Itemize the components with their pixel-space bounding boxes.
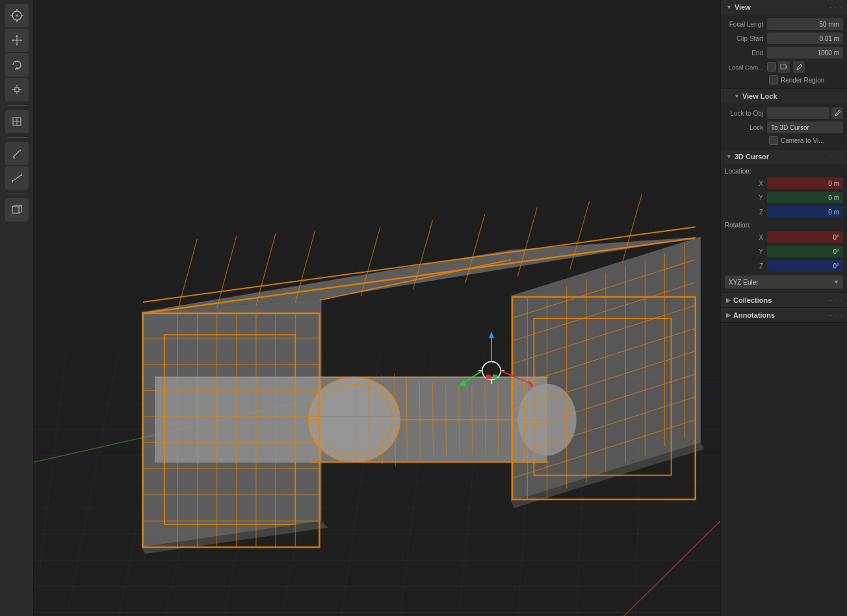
cursor-x-row: X 0 m xyxy=(725,176,843,190)
view-section-header[interactable]: ▼ View · · · xyxy=(721,0,847,14)
svg-line-16 xyxy=(13,151,20,157)
view-section-title: View xyxy=(735,3,751,11)
local-cam-row: Local Cam... xyxy=(725,60,843,74)
location-label: Location: xyxy=(725,166,843,176)
clip-start-label: Clip Start xyxy=(725,35,767,42)
rotation-y-label: Y xyxy=(725,248,767,255)
cursor-y-value[interactable]: 0 m xyxy=(767,192,843,203)
tool-separator-1 xyxy=(7,105,27,106)
viewport[interactable]: User Perspective (1) Collection | Cube.0… xyxy=(34,0,720,616)
annotations-section: ▶ Annotations · · · xyxy=(721,308,847,323)
clip-start-row: Clip Start 0.01 m xyxy=(725,31,843,45)
camera-to-view-row: Camera to Vi... xyxy=(725,135,843,146)
annotations-collapse-arrow: ▶ xyxy=(726,312,731,318)
left-toolbar xyxy=(0,0,34,616)
cursor-tool-btn[interactable] xyxy=(5,4,29,27)
focal-length-value[interactable]: 50 mm xyxy=(767,18,843,30)
lock-row: Lock To 3D Cursor xyxy=(725,120,843,135)
viewport-scene xyxy=(34,0,720,616)
lock-to-obj-field[interactable] xyxy=(767,107,829,119)
collections-collapse-arrow: ▶ xyxy=(726,297,731,303)
view-section-header-left: ▼ View xyxy=(726,3,751,11)
collections-header-left: ▶ Collections xyxy=(726,296,772,304)
rotation-x-row: X 0° xyxy=(725,230,843,244)
cursor-collapse-arrow: ▼ xyxy=(726,153,732,160)
lock-label: Lock xyxy=(725,124,767,131)
cursor-z-row: Z 0 m xyxy=(725,205,843,219)
rotate-tool-btn[interactable] xyxy=(5,53,29,77)
annotate-tool-btn[interactable] xyxy=(5,142,29,165)
view-lock-collapse-arrow: ▼ xyxy=(734,93,740,99)
cursor-x-label: X xyxy=(725,180,767,187)
svg-line-18 xyxy=(12,175,21,181)
cursor-y-label: Y xyxy=(725,194,767,201)
render-region-row: Render Region xyxy=(725,74,843,86)
cursor-section-body: Location: X 0 m Y 0 m Z 0 m Rotation: X … xyxy=(721,164,847,292)
cursor-z-value[interactable]: 0 m xyxy=(767,206,843,218)
lock-to-obj-eyedropper[interactable] xyxy=(831,107,843,119)
view-section: ▼ View · · · Focal Lengt 50 mm Clip Star… xyxy=(721,0,847,89)
add-cube-tool-btn[interactable] xyxy=(5,198,29,222)
annotations-header-left: ▶ Annotations xyxy=(726,311,775,319)
lock-to-obj-label: Lock to Obj xyxy=(725,110,767,117)
local-cam-checkbox[interactable] xyxy=(767,62,776,71)
collections-section-menu[interactable]: · · · xyxy=(829,297,842,304)
focal-length-label: Focal Lengt xyxy=(725,21,767,28)
rotation-x-value[interactable]: 0° xyxy=(767,231,843,243)
collections-section: ▶ Collections · · · xyxy=(721,293,847,308)
cursor-section-header[interactable]: ▼ 3D Cursor · · · xyxy=(721,149,847,164)
focal-length-row: Focal Lengt 50 mm xyxy=(725,17,843,31)
view-lock-body: Lock to Obj Lock To 3D Cursor Camera to … xyxy=(721,103,847,149)
measure-tool-btn[interactable] xyxy=(5,166,29,190)
rotation-z-value[interactable]: 0° xyxy=(767,260,843,272)
view-lock-section: ▼ View Lock Lock to Obj Lock To 3D Curso… xyxy=(721,89,847,149)
local-cam-label: Local Cam... xyxy=(725,64,767,71)
cursor-x-value[interactable]: 0 m xyxy=(767,177,843,189)
right-panel: ▼ View · · · Focal Lengt 50 mm Clip Star… xyxy=(720,0,847,616)
cursor-section: ▼ 3D Cursor · · · Location: X 0 m Y 0 m … xyxy=(721,149,847,293)
camera-to-view-checkbox[interactable] xyxy=(769,136,778,145)
clip-end-label: End xyxy=(725,49,767,57)
rotation-mode-value: XYZ Euler xyxy=(729,279,759,286)
rotation-mode-chevron: ▼ xyxy=(833,279,839,285)
cursor-section-title: 3D Cursor xyxy=(735,153,769,160)
collections-section-title: Collections xyxy=(733,296,772,304)
svg-rect-8 xyxy=(15,88,19,92)
tool-separator-2 xyxy=(7,137,27,138)
collections-section-header[interactable]: ▶ Collections · · · xyxy=(721,293,847,307)
lock-to-obj-row: Lock to Obj xyxy=(725,106,843,120)
rotation-x-label: X xyxy=(725,234,767,241)
svg-rect-162 xyxy=(493,375,497,379)
rotation-y-row: Y 0° xyxy=(725,244,843,259)
view-lock-section-header[interactable]: ▼ View Lock xyxy=(721,89,847,103)
rotation-y-value[interactable]: 0° xyxy=(767,246,843,257)
cursor-section-menu[interactable]: · · · xyxy=(829,153,842,160)
camera-to-view-label: Camera to Vi... xyxy=(781,137,824,144)
transform-tool-btn[interactable] xyxy=(5,110,29,133)
view-collapse-arrow: ▼ xyxy=(726,4,732,10)
rotation-z-row: Z 0° xyxy=(725,259,843,273)
local-cam-eyedropper[interactable] xyxy=(793,61,805,73)
clip-start-value[interactable]: 0.01 m xyxy=(767,32,843,44)
annotations-section-menu[interactable]: · · · xyxy=(829,312,842,319)
rotation-mode-select[interactable]: XYZ Euler ▼ xyxy=(725,276,843,289)
lock-value[interactable]: To 3D Cursor xyxy=(767,122,843,133)
annotations-section-header[interactable]: ▶ Annotations · · · xyxy=(721,308,847,322)
view-section-body: Focal Lengt 50 mm Clip Start 0.01 m End … xyxy=(721,14,847,88)
svg-point-5 xyxy=(16,15,18,17)
svg-rect-161 xyxy=(486,375,491,379)
move-tool-btn[interactable] xyxy=(5,29,29,52)
clip-end-value[interactable]: 1000 m xyxy=(767,47,843,58)
cursor-header-left: ▼ 3D Cursor xyxy=(726,153,769,160)
rotation-label: Rotation: xyxy=(725,219,843,230)
cursor-z-label: Z xyxy=(725,209,767,216)
scale-tool-btn[interactable] xyxy=(5,78,29,101)
render-region-checkbox[interactable] xyxy=(769,75,778,84)
view-lock-header-left: ▼ View Lock xyxy=(734,92,777,100)
annotations-section-title: Annotations xyxy=(733,311,775,319)
view-section-menu[interactable]: · · · xyxy=(829,4,842,11)
rotation-mode-row: XYZ Euler ▼ xyxy=(725,274,843,290)
svg-rect-21 xyxy=(12,207,19,213)
cursor-y-row: Y 0 m xyxy=(725,190,843,205)
local-cam-icon-btn[interactable] xyxy=(778,61,790,73)
